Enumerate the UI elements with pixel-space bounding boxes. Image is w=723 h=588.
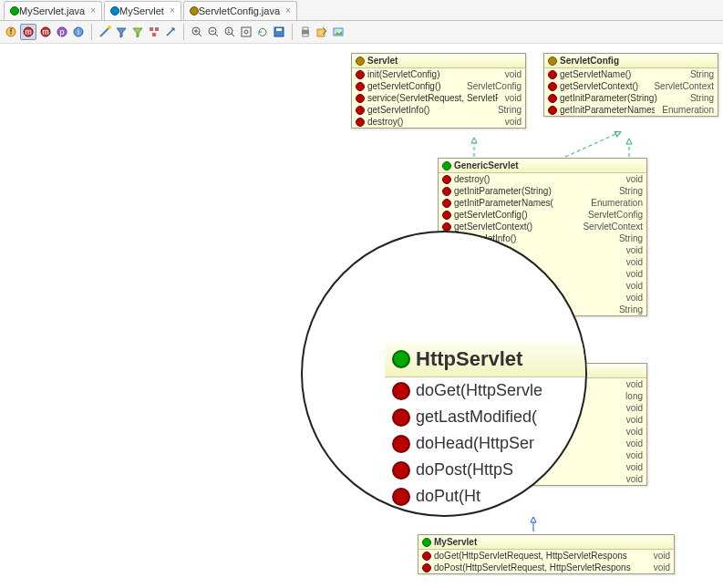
zoom-fit-icon[interactable] bbox=[239, 25, 253, 39]
member-ret: void bbox=[626, 269, 643, 279]
method-icon bbox=[356, 70, 365, 79]
show-properties-icon[interactable]: p bbox=[55, 25, 69, 39]
member-sig: getInitParameterNames( bbox=[454, 198, 553, 208]
member-ret: String bbox=[619, 186, 643, 196]
member-ret: void bbox=[626, 245, 643, 255]
show-methods-icon[interactable]: m bbox=[20, 24, 36, 40]
member-ret: ServletConfig bbox=[467, 81, 522, 91]
method-icon bbox=[442, 187, 451, 196]
zoom-out-icon[interactable] bbox=[206, 25, 221, 39]
method-icon bbox=[392, 435, 410, 453]
image-icon[interactable] bbox=[331, 25, 346, 39]
method-icon bbox=[442, 199, 451, 208]
tab-myservlet-java[interactable]: MyServlet.java × bbox=[4, 1, 102, 20]
show-fields-icon[interactable]: f bbox=[4, 25, 18, 39]
magnified-title: HttpServlet bbox=[385, 342, 587, 377]
method-icon bbox=[356, 106, 365, 115]
filter-icon[interactable] bbox=[114, 25, 129, 39]
svg-rect-25 bbox=[317, 29, 325, 36]
close-icon[interactable]: × bbox=[170, 5, 175, 15]
separator bbox=[183, 24, 184, 40]
svg-text:p: p bbox=[59, 27, 64, 36]
member-ret: void bbox=[654, 562, 670, 573]
method-icon bbox=[392, 488, 410, 506]
save-icon[interactable] bbox=[272, 25, 286, 39]
class-icon bbox=[392, 350, 410, 368]
svg-rect-21 bbox=[276, 28, 282, 31]
member-row: getInitParameterNames(Enumeration bbox=[544, 104, 718, 116]
member-sig: getServletContext() bbox=[454, 222, 532, 232]
diagram-canvas[interactable]: Servlet init(ServletConfig)voidgetServle… bbox=[0, 44, 723, 588]
print-icon[interactable] bbox=[298, 25, 313, 39]
class-title: ServletConfig bbox=[560, 56, 619, 66]
member-ret: void bbox=[626, 293, 643, 303]
interface-icon bbox=[190, 6, 199, 15]
layout-icon[interactable] bbox=[147, 25, 161, 39]
zoom-in-icon[interactable] bbox=[190, 25, 204, 39]
member-sig: destroy() bbox=[367, 117, 403, 127]
uml-servletconfig[interactable]: ServletConfig getServletName()StringgetS… bbox=[543, 53, 718, 117]
svg-rect-23 bbox=[303, 27, 308, 30]
tab-label: ServletConfig.java bbox=[199, 5, 280, 16]
wand-icon[interactable] bbox=[98, 25, 112, 39]
member-sig: getInitParameterNames( bbox=[560, 105, 655, 115]
member-row: doPost(HttpServletRequest, HttpServletRe… bbox=[418, 562, 674, 573]
diagram-icon bbox=[110, 6, 119, 15]
method-icon bbox=[356, 82, 365, 91]
member-ret: void bbox=[654, 551, 670, 561]
member-sig: doPost(HttpServletRequest, HttpServletRe… bbox=[434, 562, 631, 573]
interface-icon bbox=[548, 57, 557, 66]
svg-point-10 bbox=[108, 26, 111, 29]
magnified-row: doPost(HttpS bbox=[416, 460, 513, 480]
member-row: getInitParameter(String)String bbox=[544, 92, 718, 104]
diagram-toolbar: f m m p i 1 bbox=[0, 21, 723, 44]
member-ret: String bbox=[619, 233, 643, 243]
magnified-row: doHead(HttpSer bbox=[416, 434, 534, 453]
class-icon bbox=[442, 161, 451, 170]
class-icon bbox=[10, 6, 19, 15]
member-ret: ServletContext bbox=[654, 81, 714, 91]
method-icon bbox=[442, 211, 451, 220]
member-sig: getInitParameter(String) bbox=[454, 186, 552, 196]
magnifier-lens: HttpServlet doGet(HttpServle getLastModi… bbox=[301, 231, 587, 517]
tab-servletconfig-java[interactable]: ServletConfig.java × bbox=[183, 1, 297, 20]
method-icon bbox=[442, 222, 451, 232]
svg-rect-11 bbox=[150, 27, 153, 31]
close-icon[interactable]: × bbox=[285, 5, 291, 15]
magnified-row: doGet(HttpServle bbox=[416, 381, 542, 400]
method-icon bbox=[422, 552, 431, 561]
tab-myservlet-diagram[interactable]: MyServlet × bbox=[104, 1, 181, 20]
member-ret: String bbox=[498, 105, 522, 115]
member-ret: void bbox=[626, 174, 643, 184]
method-icon bbox=[548, 94, 557, 103]
export-icon[interactable] bbox=[315, 25, 329, 39]
member-row: getInitParameterNames(Enumeration bbox=[439, 197, 646, 209]
uml-servlet[interactable]: Servlet init(ServletConfig)voidgetServle… bbox=[351, 53, 526, 129]
uml-myservlet[interactable]: MyServlet doGet(HttpServletRequest, Http… bbox=[418, 534, 675, 574]
member-ret: void bbox=[626, 379, 643, 389]
magnified-row: doPut(Ht bbox=[416, 487, 480, 506]
method-icon bbox=[442, 175, 451, 184]
zoom-100-icon[interactable]: 1 bbox=[222, 25, 237, 39]
svg-text:m: m bbox=[25, 27, 32, 36]
show-methods2-icon[interactable]: m bbox=[38, 25, 53, 39]
member-ret: String bbox=[619, 304, 643, 315]
filter2-icon[interactable] bbox=[130, 25, 145, 39]
class-title: GenericServlet bbox=[454, 160, 519, 170]
member-sig: getServletName() bbox=[560, 69, 631, 79]
separator bbox=[91, 24, 92, 40]
show-inner-icon[interactable]: i bbox=[71, 25, 86, 39]
tab-label: MyServlet.java bbox=[19, 5, 85, 16]
member-ret: void bbox=[626, 403, 643, 413]
member-ret: void bbox=[626, 257, 643, 267]
member-row: doGet(HttpServletRequest, HttpServletRes… bbox=[418, 550, 674, 562]
refresh-icon[interactable] bbox=[255, 25, 270, 39]
member-ret: Enumeration bbox=[662, 105, 714, 115]
member-ret: void bbox=[626, 415, 643, 425]
link-icon[interactable] bbox=[163, 25, 178, 39]
method-icon bbox=[392, 461, 410, 480]
member-ret: void bbox=[626, 438, 643, 449]
member-row: getInitParameter(String)String bbox=[439, 185, 646, 197]
svg-rect-24 bbox=[303, 34, 308, 36]
close-icon[interactable]: × bbox=[90, 5, 96, 15]
